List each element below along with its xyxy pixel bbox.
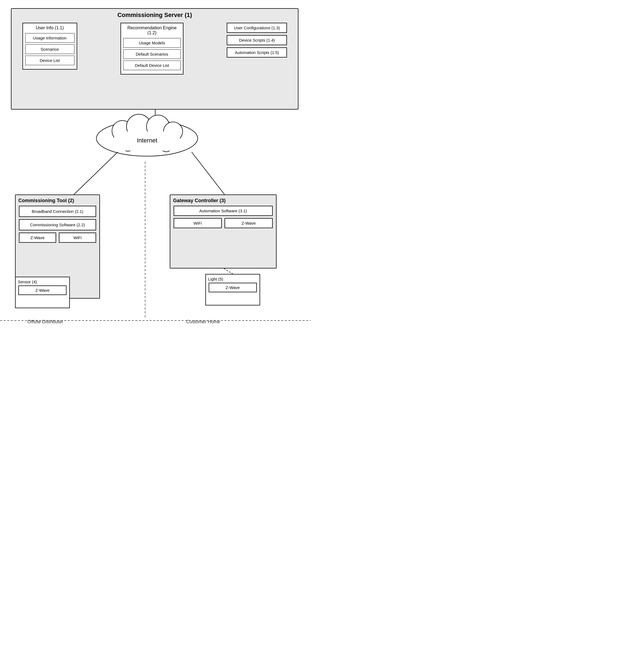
user-configs-item: User Configurations (1.3) — [227, 23, 287, 33]
gateway-zwave-item: Z-Wave — [224, 218, 273, 228]
comm-software-item: Commissioning Software (2.2) — [19, 219, 96, 230]
server-inner: User Info (1.1) Usage Information Scenar… — [11, 23, 298, 108]
rec-engine-title: Recommendation Engine (1.2) — [123, 26, 181, 35]
svg-text:Internet: Internet — [137, 137, 158, 144]
user-info-box: User Info (1.1) Usage Information Scenar… — [23, 23, 77, 70]
diagram-container: Internet Commissioning Server (1) User I… — [0, 0, 310, 336]
svg-point-1 — [112, 121, 133, 141]
sensor-box: Sensor (4) Z-Wave — [15, 277, 70, 308]
default-device-list-item: Default Device List — [123, 61, 181, 70]
tool-zwave-item: Z-Wave — [19, 233, 56, 243]
rec-engine-box: Recommendation Engine (1.2) Usage Models… — [121, 23, 183, 75]
svg-point-5 — [122, 139, 134, 151]
bottom-label-right: Customer Home — [186, 319, 220, 325]
device-scripts-item: Device Scripts (1.4) — [227, 35, 287, 45]
broadband-item: Broadband Connection (2.1) — [19, 206, 96, 217]
server-title: Commissioning Server (1) — [11, 11, 298, 18]
light-title: Light (5) — [208, 277, 257, 281]
sensor-title: Sensor (4) — [18, 279, 67, 284]
automation-software-item: Automation Software (3.1) — [174, 206, 273, 216]
default-scenarios-item: Default Scenarios — [123, 49, 181, 59]
commissioning-server-box: Commissioning Server (1) User Info (1.1)… — [11, 8, 298, 110]
tool-title: Commissioning Tool (2) — [18, 198, 97, 203]
svg-point-2 — [126, 114, 151, 139]
tool-bottom-row: Z-Wave WiFi — [19, 233, 96, 243]
gateway-controller-box: Gateway Controller (3) Automation Softwa… — [170, 195, 277, 269]
svg-point-6 — [160, 140, 172, 152]
usage-models-item: Usage Models — [123, 38, 181, 48]
tool-wifi-item: WiFi — [59, 233, 96, 243]
light-zwave-item: Z-Wave — [209, 283, 257, 292]
device-list-item: Device List — [25, 55, 75, 65]
bottom-label-left: Offsite Distributer — [27, 319, 63, 325]
user-info-title: User Info (1.1) — [25, 26, 75, 30]
scenarios-item: Scenarios — [25, 44, 75, 54]
svg-line-11 — [192, 152, 224, 195]
svg-point-0 — [96, 121, 198, 156]
svg-point-4 — [163, 122, 182, 141]
light-box: Light (5) Z-Wave — [205, 274, 260, 306]
svg-point-3 — [147, 115, 169, 138]
svg-line-10 — [74, 152, 118, 195]
sensor-zwave-item: Z-Wave — [18, 285, 67, 295]
right-col: User Configurations (1.3) Device Scripts… — [227, 23, 287, 57]
usage-information-item: Usage Information — [25, 33, 75, 43]
automation-scripts-item: Automation Scripts (1.5) — [227, 47, 287, 57]
gateway-bottom-row: WiFi Z-Wave — [174, 218, 273, 228]
svg-rect-7 — [114, 131, 180, 151]
svg-line-15 — [224, 269, 233, 274]
gateway-wifi-item: WiFi — [174, 218, 222, 228]
gateway-title: Gateway Controller (3) — [173, 198, 273, 203]
